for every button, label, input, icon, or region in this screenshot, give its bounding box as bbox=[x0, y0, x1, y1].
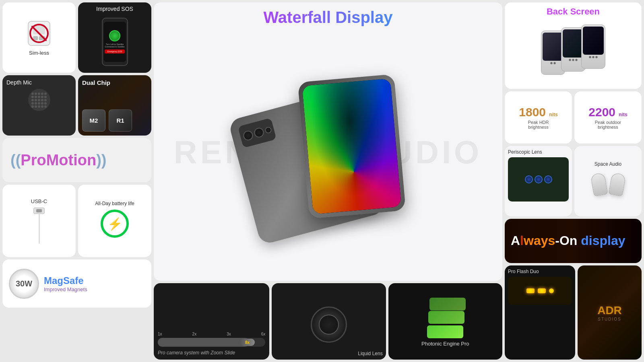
screen-overlay bbox=[302, 78, 401, 214]
zoom-bar-area: 1x 2x 3x 6x 8x bbox=[158, 332, 265, 347]
back-phone-screen-1 bbox=[543, 33, 564, 61]
photonic-label: Photonic Engine Pro bbox=[421, 341, 469, 347]
pro-flash-label: Pro Flash Duo bbox=[508, 269, 539, 274]
back-phone-screen-3 bbox=[583, 27, 604, 55]
usb-slot bbox=[36, 209, 42, 212]
right-column: Back Screen bbox=[505, 2, 642, 360]
photonic-layer-3 bbox=[427, 325, 463, 338]
airpod-visual bbox=[592, 169, 624, 202]
promotion-card: ((ProMotion)) bbox=[2, 138, 151, 182]
nits-2200-unit: nits bbox=[619, 112, 627, 117]
photonic-card: Photonic Engine Pro bbox=[388, 283, 502, 360]
depth-mic-label: Depth Mic bbox=[6, 79, 32, 86]
flash-leds bbox=[526, 288, 554, 293]
camera-lens-1 bbox=[242, 129, 254, 141]
sos-button: Emergency SOS bbox=[105, 49, 124, 53]
mic-grid bbox=[31, 93, 47, 108]
flash-led-2 bbox=[538, 288, 546, 293]
usb-battery-row: USB-C All-Day battery life ⚡ bbox=[2, 185, 151, 257]
flash-led-1 bbox=[526, 288, 535, 293]
brightness-1800-sub: Peak HDR brightness bbox=[528, 120, 549, 130]
always-on-word: On bbox=[559, 233, 581, 248]
promotion-text: ((ProMotion)) bbox=[10, 152, 106, 169]
magsafe-text: MagSafe Improved Magnets bbox=[44, 275, 87, 292]
adr-logo: ADR bbox=[597, 304, 622, 317]
brightness-2200-card: 2200 nits Peak outdoor brightness bbox=[574, 91, 642, 144]
airpod-left bbox=[590, 172, 608, 196]
lens-visual bbox=[275, 298, 382, 351]
zoom-label-3x: 3x bbox=[227, 332, 231, 336]
periscope-visual bbox=[508, 157, 569, 202]
waterfall-title: Waterfall Display bbox=[264, 8, 393, 27]
center-bottom-row: 1x 2x 3x 6x 8x Pro camera system with Zo… bbox=[154, 283, 502, 360]
zoom-label-6x: 6x bbox=[261, 332, 266, 336]
back-camera-row-3 bbox=[589, 56, 598, 58]
peri-lens-1 bbox=[525, 175, 533, 183]
chip-row: M2 R1 bbox=[82, 109, 132, 132]
liquid-lens-label: Liquid Lens bbox=[358, 351, 382, 356]
brightness-2200-value: 2200 nits bbox=[588, 105, 627, 119]
dual-chip-label: Dual Chip bbox=[82, 79, 110, 86]
peri-lens-2 bbox=[535, 175, 543, 183]
center-column: Waterfall Display RENDER STUDIO bbox=[154, 2, 502, 360]
magsafe-puck: 30W bbox=[9, 269, 39, 299]
phone-screen bbox=[302, 78, 401, 214]
zoom-thumb: 8x bbox=[240, 339, 255, 346]
lens-inner bbox=[319, 315, 339, 335]
paren-right: )) bbox=[96, 152, 106, 169]
bottom-right-row: Pro Flash Duo ADR STUDIOS bbox=[505, 265, 642, 360]
always-display: display bbox=[581, 233, 625, 248]
zoom-label-2x: 2x bbox=[192, 332, 197, 336]
zoom-labels: 1x 2x 3x 6x bbox=[158, 332, 265, 336]
features-row: Periscopic Lens Space Audio bbox=[505, 146, 642, 216]
battery-ring: ⚡ bbox=[101, 210, 129, 238]
flash-led-3 bbox=[549, 288, 554, 293]
back-screen-card: Back Screen bbox=[505, 2, 642, 89]
back-camera-row-2 bbox=[569, 59, 578, 61]
usb-label: USB-C bbox=[31, 198, 47, 204]
mic-circle bbox=[28, 89, 50, 111]
adr-subtitle: STUDIOS bbox=[598, 317, 621, 321]
battery-label: All-Day battery life bbox=[95, 201, 134, 206]
periscope-lens-row bbox=[525, 175, 552, 183]
periscopic-label: Periscopic Lens bbox=[508, 149, 542, 155]
sos-card: Improved SOS Turn Left to Satellite Conn… bbox=[78, 2, 151, 73]
camera-system-label: Pro camera system with Zoom Slide bbox=[158, 350, 235, 356]
nits-1800-number: 1800 bbox=[519, 105, 549, 119]
zoom-track: 8x bbox=[158, 338, 265, 347]
flash-visual bbox=[508, 277, 572, 305]
magsafe-wattage: 30W bbox=[16, 279, 32, 288]
back-phone-screen-2 bbox=[563, 29, 584, 58]
brightness-1800-value: 1800 nits bbox=[519, 105, 557, 119]
peri-lens-3 bbox=[544, 175, 552, 183]
back-camera-row-1 bbox=[550, 62, 556, 64]
m2-chip: M2 bbox=[82, 109, 105, 132]
sim-icon bbox=[25, 19, 53, 47]
back-screen-title: Back Screen bbox=[547, 6, 600, 17]
sos-screen: Turn Left to Satellite Connected to Sate… bbox=[104, 22, 126, 62]
photonic-stacks bbox=[427, 296, 463, 338]
waterfall-card: Waterfall Display RENDER STUDIO bbox=[154, 2, 502, 281]
liquid-lens-card: Liquid Lens bbox=[272, 283, 386, 360]
depth-mic-card: Depth Mic bbox=[2, 75, 76, 136]
periscopic-card: Periscopic Lens bbox=[505, 146, 572, 216]
top-row: Sim-less Improved SOS Turn Left to Satel… bbox=[2, 2, 151, 73]
photonic-layer-2 bbox=[428, 311, 464, 324]
zoom-fill bbox=[158, 338, 249, 347]
nits-1800-unit: nits bbox=[549, 112, 557, 117]
sos-indicator bbox=[109, 30, 120, 41]
sos-small-text: Turn Left to Satellite Connected to Sate… bbox=[104, 43, 126, 48]
waterfall-image-area: RENDER STUDIO bbox=[160, 30, 496, 275]
mid-row: Depth Mic Dual Chip M2 R1 bbox=[2, 75, 151, 136]
always-on-card: Always-On display bbox=[505, 219, 642, 263]
battery-bolt-icon: ⚡ bbox=[107, 217, 122, 231]
sos-title: Improved SOS bbox=[78, 6, 151, 12]
space-audio-label: Space Audio bbox=[594, 161, 621, 167]
always-l: l bbox=[520, 233, 524, 248]
airpod-right bbox=[608, 172, 626, 196]
pro-flash-card: Pro Flash Duo bbox=[505, 265, 575, 360]
simless-card: Sim-less bbox=[2, 2, 76, 73]
space-audio-card: Space Audio bbox=[574, 146, 642, 216]
paren-left: (( bbox=[10, 152, 21, 169]
camera-lens-2 bbox=[253, 126, 264, 138]
